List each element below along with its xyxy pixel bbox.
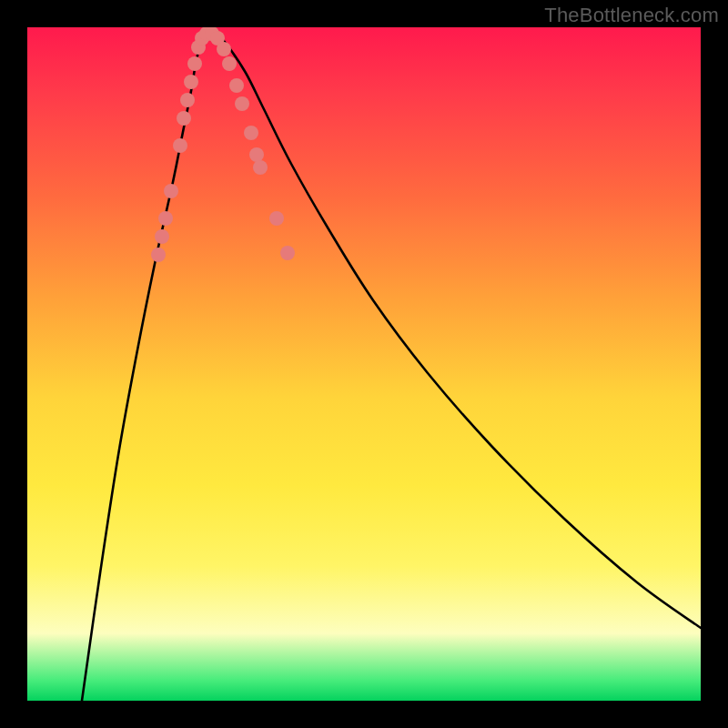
marker-dot	[187, 56, 202, 71]
marker-dot	[177, 111, 191, 126]
marker-dot	[164, 184, 178, 198]
plot-area	[27, 27, 701, 701]
highlight-markers-group	[151, 27, 295, 262]
marker-dot	[249, 147, 264, 162]
marker-dot	[151, 248, 166, 262]
marker-dot	[229, 78, 244, 93]
marker-dot	[269, 211, 284, 226]
bottleneck-curve-path	[82, 35, 701, 701]
marker-dot	[280, 246, 295, 260]
marker-dot	[173, 138, 187, 153]
marker-dot	[155, 229, 169, 244]
bottleneck-curve-svg	[27, 27, 701, 701]
marker-dot	[235, 96, 249, 111]
marker-dot	[158, 211, 173, 226]
marker-dot	[184, 75, 198, 89]
marker-dot	[253, 160, 268, 175]
marker-dot	[180, 93, 195, 107]
marker-dot	[217, 42, 231, 56]
marker-dot	[244, 126, 258, 140]
curve-path-group	[82, 35, 701, 701]
marker-dot	[222, 56, 237, 71]
watermark-text: TheBottleneck.com	[544, 4, 719, 27]
